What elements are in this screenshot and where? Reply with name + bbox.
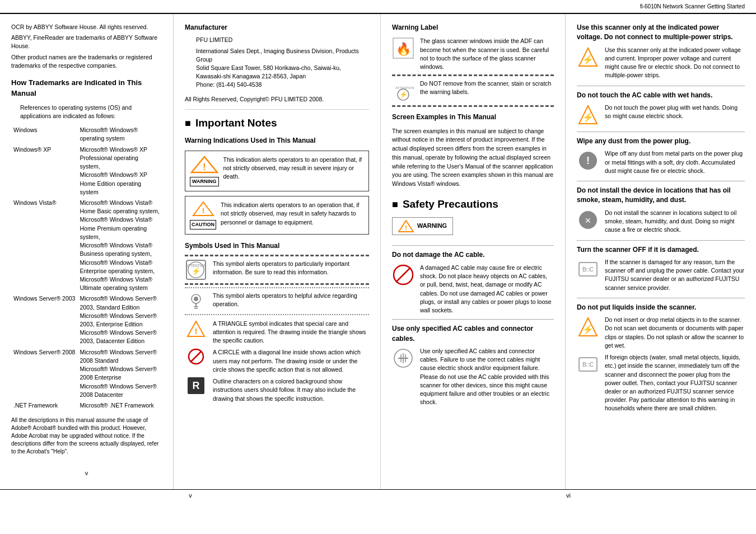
turn-off-text: If the scanner is damaged for any reason… bbox=[605, 258, 745, 292]
dotted-line-2 bbox=[185, 283, 369, 285]
svg-text:B□C: B□C bbox=[582, 362, 594, 368]
ac-cable-text: Do not touch the power plug with wet han… bbox=[605, 104, 745, 120]
middle-column: Manufacturer PFU LIMITED International S… bbox=[174, 14, 381, 489]
symbol-row-1: ATTENTION ⚡ This symbol alerts operators… bbox=[185, 260, 369, 280]
symbol-row-4: A CIRCLE with a diagonal line inside sho… bbox=[185, 348, 369, 374]
manufacturer-name: PFU LIMITED bbox=[185, 36, 369, 44]
caution-label: CAUTION bbox=[190, 220, 216, 229]
svg-text:⚡: ⚡ bbox=[399, 90, 408, 99]
dotted-line-wl bbox=[392, 74, 554, 76]
turn-off-item: B□C If the scanner is damaged for any re… bbox=[577, 258, 745, 292]
symbol1-text: This symbol alerts operators to particul… bbox=[213, 260, 369, 277]
warning-label-heading: Warning Label bbox=[392, 23, 554, 32]
use-specified-text: Use only specified AC cables and connect… bbox=[420, 347, 554, 407]
table-row: Windows Vista® Microsoft® Windows Vista®… bbox=[11, 198, 162, 293]
svg-text:!: ! bbox=[203, 162, 206, 172]
wipe-dust-text: Wipe off any dust from metal parts on th… bbox=[605, 149, 745, 175]
wet-hands-icon: ⚡ bbox=[577, 104, 599, 126]
power-voltage-item: ⚡ Use this scanner only at the indicated… bbox=[577, 46, 745, 80]
manufacturer-heading: Manufacturer bbox=[185, 23, 369, 32]
table-row: Windows Microsoft® Windows® operating sy… bbox=[11, 125, 162, 144]
section-divider-2 bbox=[392, 319, 554, 320]
dotted-line-4 bbox=[185, 314, 369, 315]
ac-cable-section: Do not touch the AC cable with wet hands… bbox=[577, 91, 745, 126]
warning-box-text: This indication alerts operators to an o… bbox=[223, 156, 365, 181]
warning-indications-heading: Warning Indications Used in This Manual bbox=[185, 136, 369, 146]
svg-line-25 bbox=[396, 268, 410, 282]
do-not-install-section: Do not install the device in locations t… bbox=[577, 186, 745, 234]
do-not-put-item-1: ⚡ Do not insert or drop metal objects in… bbox=[577, 316, 745, 350]
table-row: Windows Server® 2008 Microsoft® Windows … bbox=[11, 347, 162, 400]
section-divider-r4 bbox=[577, 240, 745, 241]
svg-text:⚡: ⚡ bbox=[582, 112, 594, 123]
ac-cable-item: ⚡ Do not touch the power plug with wet h… bbox=[577, 104, 745, 126]
do-not-damage-item: A damaged AC cable may cause fire or ele… bbox=[392, 264, 554, 315]
svg-text:⚡: ⚡ bbox=[582, 54, 594, 65]
do-not-install-text: Do not install the scanner in locations … bbox=[605, 209, 745, 235]
symbol-row-2: This symbol alerts operators to helpful … bbox=[185, 292, 369, 311]
section-divider-r3 bbox=[577, 181, 745, 181]
warning-label-item-1: 🔥 ▲ The glass scanner windows inside the… bbox=[392, 37, 554, 71]
svg-text:!: ! bbox=[195, 327, 198, 336]
do-not-damage-text: A damaged AC cable may cause fire or ele… bbox=[420, 264, 554, 315]
dotted-line-wl2 bbox=[392, 105, 554, 107]
no-liquids-icon: ⚡ bbox=[577, 316, 599, 338]
right-mid-column: Warning Label 🔥 ▲ The glass scanner wind… bbox=[381, 14, 566, 489]
do-not-install-item: ✕ Do not install the scanner in location… bbox=[577, 209, 745, 235]
descriptions-text: All the descriptions in this manual assu… bbox=[11, 416, 162, 456]
warning-label-text1: The glass scanner windows inside the ADF… bbox=[420, 37, 554, 71]
section-divider-r1 bbox=[577, 86, 745, 86]
symbol3-text: A TRIANGLE symbol indicates that special… bbox=[213, 320, 369, 345]
svg-text:B□C: B□C bbox=[582, 266, 594, 273]
wipe-dust-heading: Wipe any dust from the power plug. bbox=[577, 137, 745, 146]
warning-label: WARNING bbox=[190, 177, 219, 186]
power-voltage-section: Use this scanner only at the indicated p… bbox=[577, 23, 745, 80]
triangle-icon: ! bbox=[185, 320, 207, 339]
svg-text:⚡: ⚡ bbox=[582, 324, 594, 335]
symbol5-text: Outline characters on a colored backgrou… bbox=[213, 377, 369, 403]
svg-point-8 bbox=[194, 297, 198, 301]
right-column: Use this scanner only at the indicated p… bbox=[566, 14, 756, 489]
manufacturer-addr1: International Sales Dept., Imaging Busin… bbox=[185, 47, 369, 64]
page-header: fi-6010N Network Scanner Getting Started bbox=[0, 0, 756, 13]
symbols-heading: Symbols Used in This Manual bbox=[185, 241, 369, 251]
left-column: OCR by ABBYY Software House. All rights … bbox=[0, 14, 174, 489]
warning-label-text2: Do NOT remove from the scanner, stain or… bbox=[420, 79, 554, 96]
do-not-put-text1: Do not insert or drop metal objects in t… bbox=[605, 316, 745, 350]
svg-line-15 bbox=[190, 351, 202, 362]
wipe-dust-item: ! Wipe off any dust from metal parts on … bbox=[577, 149, 745, 175]
important-notes-heading: Important Notes bbox=[185, 115, 369, 131]
manufacturer-phone: Phone: (81-44) 540-4538 bbox=[185, 81, 369, 89]
ocr-section: OCR by ABBYY Software House. All rights … bbox=[11, 23, 162, 70]
svg-text:!: ! bbox=[586, 155, 590, 166]
copyright-text: All Rights Reserved, Copyright© PFU LIMI… bbox=[185, 95, 369, 104]
svg-text:⚡: ⚡ bbox=[192, 266, 201, 275]
manufacturer-addr2: Solid Square East Tower, 580 Horikawa-ch… bbox=[185, 64, 369, 81]
smoke-icon: ✕ bbox=[577, 209, 599, 231]
symbol-row-3: ! A TRIANGLE symbol indicates that speci… bbox=[185, 320, 369, 345]
dotted-line-1 bbox=[185, 255, 369, 256]
symbol2-text: This symbol alerts operators to helpful … bbox=[213, 292, 369, 308]
page-num-bottom-right: vi bbox=[381, 490, 756, 501]
table-row: .NET Framework Microsoft® .NET Framework bbox=[11, 400, 162, 411]
warning-label-item-2: ATTENTION ⚡ Do NOT remove from the scann… bbox=[392, 79, 554, 102]
turn-off-section: Turn the scanner OFF if it is damaged. B… bbox=[577, 245, 745, 292]
screen-examples-heading: Screen Examples in This Manual bbox=[392, 113, 554, 122]
page-num-left: v bbox=[11, 467, 162, 480]
lightning-icon: ⚡ bbox=[577, 46, 599, 68]
page-num-bottom-left: v bbox=[0, 490, 381, 501]
no-circle-icon bbox=[185, 348, 207, 365]
ac-cable-heading: Do not touch the AC cable with wet hands… bbox=[577, 91, 745, 100]
wipe-dust-section: Wipe any dust from the power plug. ! Wip… bbox=[577, 137, 745, 175]
symbol-row-5: R Outline characters on a colored backgr… bbox=[185, 377, 369, 403]
do-not-put-section: Do not put liquids inside the scanner. ⚡… bbox=[577, 303, 745, 413]
dust-warning-icon: ! bbox=[577, 149, 599, 172]
section-divider-r2 bbox=[577, 132, 745, 132]
svg-text:!: ! bbox=[405, 224, 407, 231]
warning-box: ! WARNING This indication alerts operato… bbox=[185, 151, 369, 191]
do-not-put-heading: Do not put liquids inside the scanner. bbox=[577, 303, 745, 312]
how-trademarks-heading: How Trademarks are Indicated in This Man… bbox=[11, 78, 162, 99]
section-divider-r5 bbox=[577, 298, 745, 298]
power-voltage-heading: Use this scanner only at the indicated p… bbox=[577, 23, 745, 43]
caution-box: ! CAUTION This indication alerts operato… bbox=[185, 196, 369, 235]
